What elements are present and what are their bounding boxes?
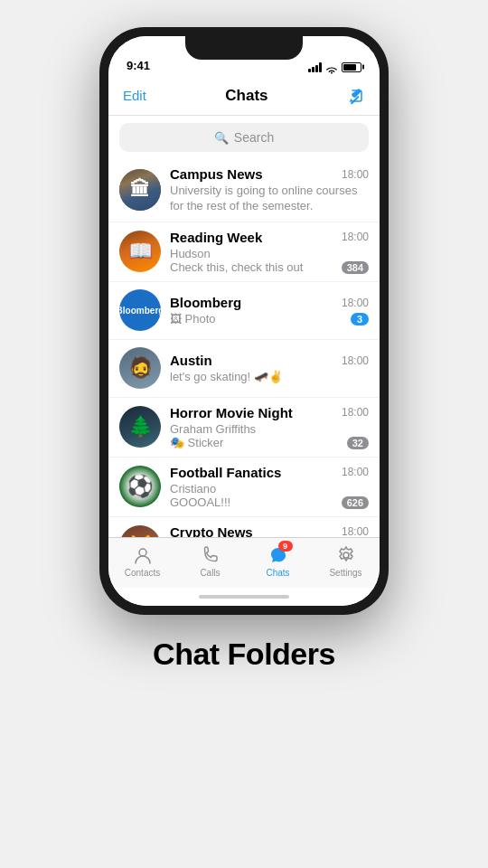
status-time: 9:41 — [127, 59, 150, 72]
notch — [185, 36, 303, 60]
edit-button[interactable]: Edit — [123, 88, 146, 103]
avatar — [119, 231, 161, 272]
chat-content: Austin 18:00 let's go skating! 🛹✌ — [170, 353, 369, 383]
search-input[interactable]: 🔍 Search — [119, 123, 369, 152]
chat-preview: Cristiano GOOOAL!!! — [170, 482, 336, 509]
tab-calls-label: Calls — [200, 568, 220, 578]
list-item[interactable]: Austin 18:00 let's go skating! 🛹✌ — [108, 340, 380, 398]
list-item[interactable]: Reading Week 18:00 Hudson Check this, ch… — [108, 222, 380, 282]
badge: 626 — [342, 496, 369, 509]
tab-chats[interactable]: 9 Chats — [244, 544, 312, 578]
tab-contacts-label: Contacts — [125, 568, 160, 578]
chat-content: Horror Movie Night 18:00 Graham Griffith… — [170, 405, 369, 449]
battery-icon — [342, 62, 361, 72]
sender-name: Hudson — [170, 247, 336, 260]
chat-list: Campus News 18:00 University is going to… — [108, 159, 380, 537]
chat-content: Bloomberg 18:00 🖼 Photo 3 — [170, 295, 369, 326]
chat-content: Football Fanatics 18:00 Cristiano GOOOAL… — [170, 465, 369, 509]
tab-bar: Contacts Calls 9 Chats — [108, 537, 380, 588]
home-indicator — [108, 588, 380, 606]
chat-time: 18:00 — [342, 231, 369, 243]
chat-preview: Hudson Check this, check this out — [170, 247, 336, 274]
chat-time: 18:00 — [342, 406, 369, 419]
signal-icon — [308, 61, 322, 72]
status-icons — [308, 61, 361, 72]
tab-contacts[interactable]: Contacts — [108, 544, 176, 578]
tab-chats-label: Chats — [266, 568, 289, 578]
chats-badge: 9 — [278, 541, 293, 552]
svg-point-1 — [139, 549, 146, 556]
chat-preview: let's go skating! 🛹✌ — [170, 370, 369, 383]
header-title: Chats — [225, 87, 267, 105]
badge: 3 — [351, 313, 369, 326]
contacts-icon — [132, 544, 154, 566]
chat-time: 18:00 — [342, 168, 369, 181]
chat-message: 🎭 Sticker — [170, 436, 342, 449]
search-icon: 🔍 — [214, 131, 229, 145]
chat-time: 18:00 — [342, 297, 369, 309]
chat-message: Check this, check this out — [170, 260, 336, 274]
chat-preview: 🖼 Photo — [170, 312, 345, 326]
chat-preview: Graham Griffiths 🎭 Sticker — [170, 422, 342, 449]
chat-time: 18:00 — [342, 354, 369, 367]
chat-message: GOOOAL!!! — [170, 495, 336, 509]
chat-name: Football Fanatics — [170, 465, 281, 480]
list-item[interactable]: Campus News 18:00 University is going to… — [108, 159, 380, 222]
chat-content: Reading Week 18:00 Hudson Check this, ch… — [170, 230, 369, 274]
chat-name: Austin — [170, 353, 212, 368]
chat-preview: University is going to online coursesfor… — [170, 184, 369, 214]
avatar — [119, 347, 161, 389]
tab-settings-label: Settings — [329, 568, 361, 578]
chat-content: Crypto News 18:00 Boss What a few weeks … — [170, 524, 369, 537]
phone-frame: 9:41 Edit Chats — [99, 27, 389, 615]
chat-time: 18:00 — [342, 525, 369, 537]
avatar — [119, 406, 161, 448]
list-item[interactable]: Crypto News 18:00 Boss What a few weeks … — [108, 517, 380, 537]
calls-icon — [200, 544, 221, 566]
svg-point-2 — [343, 552, 349, 558]
chat-name: Bloomberg — [170, 295, 241, 310]
chat-content: Campus News 18:00 University is going to… — [170, 166, 369, 214]
header: Edit Chats — [108, 76, 380, 116]
chat-time: 18:00 — [342, 466, 369, 478]
tab-calls[interactable]: Calls — [176, 544, 244, 578]
tab-settings[interactable]: Settings — [312, 544, 380, 578]
page-title: Chat Folders — [153, 637, 335, 672]
avatar: Bloomberg — [119, 289, 161, 331]
compose-button[interactable] — [347, 87, 365, 105]
chat-name: Crypto News — [170, 524, 253, 537]
badge: 32 — [347, 437, 369, 449]
list-item[interactable]: Football Fanatics 18:00 Cristiano GOOOAL… — [108, 458, 380, 517]
list-item[interactable]: Horror Movie Night 18:00 Graham Griffith… — [108, 398, 380, 458]
search-bar: 🔍 Search — [108, 116, 380, 159]
settings-icon — [335, 544, 357, 566]
phone-screen: 9:41 Edit Chats — [108, 36, 380, 606]
avatar — [119, 525, 161, 537]
list-item[interactable]: Bloomberg Bloomberg 18:00 🖼 Photo 3 — [108, 282, 380, 340]
avatar — [119, 466, 161, 507]
sender-name: Cristiano — [170, 482, 336, 495]
chat-name: Horror Movie Night — [170, 405, 293, 420]
chats-icon: 9 — [267, 544, 289, 566]
sender-name: Graham Griffiths — [170, 422, 342, 436]
page-title-section: Chat Folders — [153, 637, 335, 672]
wifi-icon — [325, 62, 338, 71]
chat-name: Campus News — [170, 166, 263, 182]
badge: 384 — [342, 261, 369, 274]
avatar — [119, 169, 161, 211]
search-placeholder: Search — [234, 130, 274, 145]
chat-name: Reading Week — [170, 230, 262, 245]
